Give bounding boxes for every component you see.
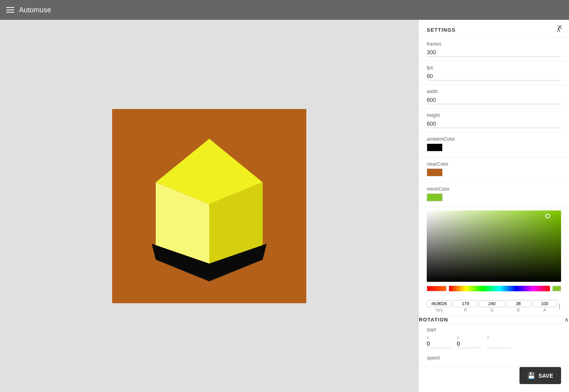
gradient-black-layer: [427, 210, 561, 282]
rgba-inputs: Hex R G B A |: [419, 298, 569, 316]
topbar: Automuse: [0, 0, 569, 20]
app-title: Automuse: [19, 6, 51, 14]
fps-input[interactable]: [427, 72, 561, 80]
r-label: R: [464, 308, 467, 312]
hex-field: Hex: [427, 300, 452, 312]
mesh-color-label: meshColor: [427, 186, 561, 192]
frames-label: frames: [427, 41, 561, 47]
height-field-group: height: [419, 109, 569, 132]
frames-field-group: frames: [419, 37, 569, 61]
fps-field-group: fps: [419, 61, 569, 85]
mesh-color-field-group: meshColor: [419, 182, 569, 207]
color-gradient-box[interactable]: [427, 210, 561, 282]
width-field-group: width: [419, 85, 569, 109]
clear-color-label: clearColor: [427, 161, 561, 167]
rgba-divider: |: [559, 303, 561, 310]
hue-bar[interactable]: [449, 283, 550, 294]
color-preview-red: [427, 286, 447, 291]
clear-color-swatch[interactable]: [427, 168, 443, 176]
settings-section-header: SETTINGS ∧: [419, 20, 569, 37]
mesh-color-swatch[interactable]: [427, 193, 443, 201]
rotation-x-input[interactable]: [427, 340, 451, 348]
a-field: A: [532, 300, 557, 312]
speed-label: speed: [427, 355, 561, 361]
r-input[interactable]: [453, 300, 478, 307]
frames-input[interactable]: [427, 48, 561, 57]
width-label: width: [427, 89, 561, 94]
rotation-x-label: x: [427, 335, 451, 340]
scene-canvas: [112, 109, 306, 303]
fps-label: fps: [427, 65, 561, 71]
clear-color-field-group: clearColor: [419, 157, 569, 182]
picker-hue-row: [427, 283, 561, 294]
hex-label: Hex: [435, 308, 443, 312]
height-input[interactable]: [427, 120, 561, 128]
rotation-start-label: start: [427, 327, 561, 333]
g-label: G: [491, 308, 494, 312]
a-input[interactable]: [532, 300, 557, 307]
right-panel: ✕ SETTINGS ∧ frames fps width height am: [418, 20, 569, 392]
hamburger-menu[interactable]: [6, 7, 14, 13]
3d-cube-svg: [112, 109, 306, 303]
close-button[interactable]: ✕: [557, 24, 563, 31]
rotation-section-header: ROTATION ∧: [419, 316, 569, 324]
a-label: A: [543, 308, 546, 312]
b-label: B: [517, 308, 520, 312]
rotation-x-field: x: [427, 335, 451, 348]
b-field: B: [506, 300, 531, 312]
settings-title: SETTINGS: [427, 27, 456, 33]
rotation-z-field: z: [487, 335, 511, 348]
color-picker: [419, 207, 569, 298]
rotation-xyz-row: x y z: [427, 335, 561, 348]
rotation-collapse-button[interactable]: ∧: [564, 316, 569, 323]
rotation-z-input[interactable]: [487, 340, 511, 348]
ambient-color-label: ambientColor: [427, 136, 561, 142]
save-button[interactable]: 💾 SAVE: [519, 367, 561, 384]
g-field: G: [479, 300, 504, 312]
hex-input[interactable]: [427, 300, 452, 307]
rotation-y-field: y: [457, 335, 481, 348]
width-input[interactable]: [427, 96, 561, 104]
rotation-y-input[interactable]: [457, 340, 481, 348]
rotation-title: ROTATION: [419, 317, 448, 323]
g-input[interactable]: [479, 300, 504, 307]
alpha-swatch: [552, 286, 561, 291]
r-field: R: [453, 300, 478, 312]
hue-slider[interactable]: [449, 286, 550, 291]
height-label: height: [427, 113, 561, 118]
rotation-start-group: start x y z: [419, 324, 569, 351]
save-icon: 💾: [527, 372, 535, 379]
rotation-z-label: z: [487, 335, 511, 340]
speed-field-group: speed: [419, 351, 569, 367]
ambient-color-swatch[interactable]: [427, 143, 443, 151]
save-label: SAVE: [538, 373, 553, 379]
b-input[interactable]: [506, 300, 531, 307]
ambient-color-field-group: ambientColor: [419, 132, 569, 157]
canvas-area: [0, 20, 418, 392]
main-layout: ✕ SETTINGS ∧ frames fps width height am: [0, 20, 569, 392]
rotation-y-label: y: [457, 335, 481, 340]
